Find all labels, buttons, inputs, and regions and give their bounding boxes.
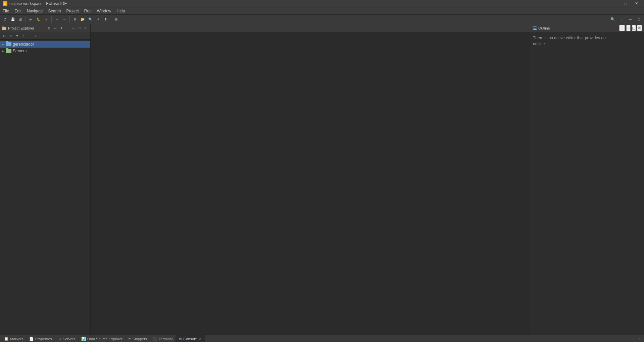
menu-window[interactable]: Window <box>94 7 114 15</box>
project-explorer-icon <box>2 26 7 31</box>
project-explorer-title: Project Explorer <box>8 26 47 30</box>
bottom-panel: 📋 Markers 📄 Properties 🖥 Servers 📊 Data … <box>0 335 644 342</box>
tab-markers[interactable]: 📋 Markers <box>1 335 27 342</box>
left-panel: Project Explorer ⊟ ⇔ ▼ ⋮ ─ □ ✕ ⊟ ⇔ ▼ ⋮ ─… <box>0 24 91 335</box>
pe-collapse-all-btn[interactable]: ⊟ <box>1 33 7 39</box>
title-bar: ⚙ eclipse-workspace - Eclipse IDE ─ □ ✕ <box>0 0 644 7</box>
app-icon: ⚙ <box>3 1 7 6</box>
pe-minimize2-btn[interactable]: ─ <box>27 33 33 39</box>
toolbar-sep-4 <box>111 16 111 22</box>
toolbar-debug-btn[interactable]: 🐛 <box>35 16 42 23</box>
toolbar-run-btn[interactable]: ▶ <box>27 16 35 23</box>
datasource-icon: 📊 <box>81 337 86 341</box>
bottom-maximize-btn[interactable]: □ <box>630 336 636 342</box>
tab-properties[interactable]: 📄 Properties <box>27 335 55 342</box>
svg-rect-0 <box>2 27 6 30</box>
toolbar-search-btn2[interactable]: 🔍 <box>87 16 94 23</box>
console-icon: 🖥 <box>178 337 182 341</box>
toolbar-prev-annotation-btn[interactable]: ⬆ <box>102 16 109 23</box>
pe-menu2-btn[interactable]: ⋮ <box>20 33 27 39</box>
menu-bar: File Edit Navigate Search Project Run Wi… <box>0 7 644 15</box>
right-panel: Outline ⋮ ─ □ ✕ There is no active edito… <box>530 24 644 335</box>
outline-empty-message: There is no active editor that provides … <box>533 35 641 47</box>
outline-maximize-btn[interactable]: □ <box>632 25 636 31</box>
toolbar-perspective-btn[interactable]: ⊞ <box>112 16 120 23</box>
properties-icon: 📄 <box>29 337 34 341</box>
menu-run[interactable]: Run <box>82 7 94 15</box>
menu-edit[interactable]: Edit <box>12 7 24 15</box>
toolbar-back-btn[interactable]: ← <box>53 16 60 23</box>
pe-close-btn[interactable]: ✕ <box>83 25 88 31</box>
menu-file[interactable]: File <box>0 7 12 15</box>
toolbar-maximize-btn[interactable]: □ <box>635 16 643 23</box>
tab-console[interactable]: 🖥 Console ✕ <box>176 335 205 342</box>
toolbar-menu-btn[interactable]: ⋮ <box>618 16 625 23</box>
toolbar-sep-3 <box>69 16 70 22</box>
pe-filter-btn[interactable]: ▼ <box>59 25 64 31</box>
window-controls: ─ □ ✕ <box>610 1 641 7</box>
bottom-tabs: 📋 Markers 📄 Properties 🖥 Servers 📊 Data … <box>0 335 644 342</box>
pe-link-btn[interactable]: ⇔ <box>53 25 58 31</box>
tab-markers-label: Markers <box>10 337 23 341</box>
close-button[interactable]: ✕ <box>631 1 641 7</box>
tree-label-servers: Servers <box>13 49 27 53</box>
toolbar-quick-search-btn[interactable]: 🔍 <box>609 16 616 23</box>
tree-folder-icon-gerenciador <box>6 42 11 46</box>
tree-folder-icon-servers <box>6 49 11 53</box>
project-tree: ▶ gerenciador ▶ Servers <box>0 40 90 335</box>
snippets-icon: ✂ <box>128 337 131 341</box>
toolbar-search-area: 🔍 ⋮ ─ □ <box>609 16 643 23</box>
project-explorer-controls: ⊟ ⇔ ▼ ⋮ ─ □ ✕ <box>47 25 88 31</box>
menu-navigate[interactable]: Navigate <box>24 7 45 15</box>
tab-terminal[interactable]: ⬛ Terminal <box>150 335 176 342</box>
pe-link-editor-btn[interactable]: ⇔ <box>8 33 14 39</box>
outline-close-btn[interactable]: ✕ <box>637 25 642 31</box>
bottom-close-btn[interactable]: ✕ <box>637 336 643 342</box>
toolbar-save-btn[interactable]: 💾 <box>9 16 16 23</box>
tree-arrow-gerenciador: ▶ <box>1 43 5 46</box>
toolbar-open-resource-btn[interactable]: 📂 <box>79 16 86 23</box>
minimize-button[interactable]: ─ <box>610 1 620 7</box>
console-close-btn[interactable]: ✕ <box>198 337 202 341</box>
tab-snippets-label: Snippets <box>133 337 147 341</box>
editor-area <box>91 24 530 335</box>
editor-main <box>91 32 530 335</box>
bottom-minimize-btn[interactable]: ─ <box>623 336 629 342</box>
maximize-button[interactable]: □ <box>621 1 631 7</box>
toolbar-open-type-btn[interactable]: ⊕ <box>71 16 79 23</box>
menu-help[interactable]: Help <box>114 7 128 15</box>
svg-rect-1 <box>2 26 4 27</box>
main-layout: Project Explorer ⊟ ⇔ ▼ ⋮ ─ □ ✕ ⊟ ⇔ ▼ ⋮ ─… <box>0 24 644 335</box>
menu-search[interactable]: Search <box>45 7 63 15</box>
pe-maximize2-btn[interactable]: □ <box>33 33 39 39</box>
outline-menu-btn[interactable]: ⋮ <box>619 25 625 31</box>
bottom-tab-controls: ─ □ ✕ <box>623 336 643 342</box>
outline-minimize-btn[interactable]: ─ <box>626 25 631 31</box>
menu-project[interactable]: Project <box>63 7 81 15</box>
pe-minimize-btn[interactable]: ─ <box>71 25 76 31</box>
tab-datasource[interactable]: 📊 Data Source Explorer <box>79 335 126 342</box>
toolbar-next-annotation-btn[interactable]: ⬇ <box>94 16 102 23</box>
pe-toolbar: ⊟ ⇔ ▼ ⋮ ─ □ <box>0 32 90 40</box>
pe-menu-btn[interactable]: ⋮ <box>65 25 70 31</box>
toolbar-print-btn[interactable]: 🖨 <box>17 16 24 23</box>
outline-controls: ⋮ ─ □ ✕ <box>619 25 642 31</box>
pe-collapse-btn[interactable]: ⊟ <box>47 25 52 31</box>
toolbar-stop-btn[interactable]: ■ <box>43 16 50 23</box>
svg-rect-2 <box>533 26 537 27</box>
toolbar-minimize-btn[interactable]: ─ <box>627 16 634 23</box>
outline-icon <box>532 26 537 31</box>
tree-item-gerenciador[interactable]: ▶ gerenciador <box>0 41 90 48</box>
servers-icon: 🖥 <box>58 337 61 341</box>
tab-servers[interactable]: 🖥 Servers <box>55 335 79 342</box>
pe-filter-types-btn[interactable]: ▼ <box>14 33 20 39</box>
toolbar-new-btn[interactable]: 🗋 <box>1 16 9 23</box>
editor-tabs <box>91 24 530 32</box>
tree-item-servers[interactable]: ▶ Servers <box>0 48 90 54</box>
tree-label-gerenciador: gerenciador <box>13 42 34 47</box>
pe-maximize-btn[interactable]: □ <box>77 25 82 31</box>
tab-snippets[interactable]: ✂ Snippets <box>126 335 150 342</box>
outline-header: Outline ⋮ ─ □ ✕ <box>530 24 644 32</box>
toolbar-forward-btn[interactable]: → <box>61 16 68 23</box>
tab-terminal-label: Terminal <box>159 337 173 341</box>
